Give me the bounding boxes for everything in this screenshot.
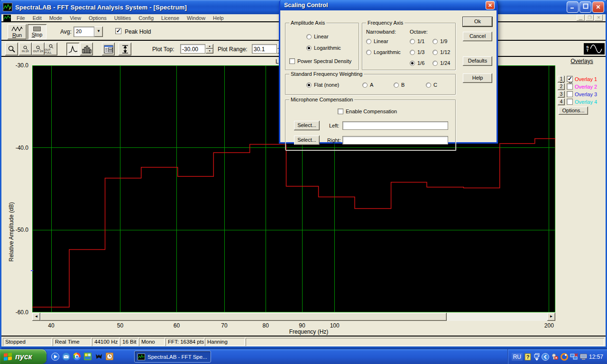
y-tick-label: -40.0 [1,145,28,151]
radio-narrowband-linear[interactable]: Linear [366,38,388,44]
menu-window[interactable]: Window [183,15,209,21]
bar-view-button[interactable] [80,43,93,55]
radio-narrowband-logarithmic[interactable]: Logarithmic [366,49,401,55]
plot-range-input[interactable]: 30.1 [252,44,277,54]
overlays-options-button[interactable]: Options... [559,107,588,115]
minimize-button[interactable] [567,1,579,13]
clock-launch-icon[interactable] [106,353,114,361]
menu-config[interactable]: Config [135,15,157,21]
window-tray-icon[interactable] [534,353,540,358]
cancel-button[interactable]: Cancel [463,32,492,41]
menu-mode[interactable]: Mode [46,15,66,21]
stop-button[interactable]: Stop [28,24,46,39]
taskbar-clock[interactable]: 12:57 [589,354,603,360]
media-player-icon[interactable] [51,353,59,361]
help-tray-icon[interactable]: ? [524,353,532,361]
radio-weighting-flat[interactable]: Flat (none) [306,82,339,88]
spectrum-view-button[interactable] [66,43,79,55]
radio-amplitude-logarithmic[interactable]: Logarithmic [306,45,341,51]
menu-file[interactable]: File [13,15,29,21]
overlay-2-set-button[interactable]: 2 [558,83,565,90]
zoom-out-2x-button[interactable]: OUT 2X [32,43,45,55]
radio-weighting-b[interactable]: B [394,82,405,88]
mdi-restore-button[interactable]: ❐ [586,15,594,21]
menu-edit[interactable]: Edit [29,15,46,21]
mdi-child-icon[interactable] [3,15,11,21]
collapse-chevron-icon[interactable] [542,353,549,361]
vertical-scale-button[interactable] [119,43,131,55]
overlay-3-set-button[interactable]: 3 [558,91,565,98]
enable-compensation-checkbox[interactable] [338,109,343,114]
orange-app-tray-icon[interactable] [561,353,568,361]
avg-value[interactable]: 20 [74,27,94,37]
psd-checkbox-row[interactable]: Power Spectral Density [289,58,351,64]
tiles-icon[interactable] [84,353,92,361]
overlay-1-checkbox[interactable] [567,76,573,82]
scrollbar-thumb[interactable] [40,313,447,321]
run-button[interactable]: Run [8,24,27,39]
overlay-4-checkbox[interactable] [567,99,573,105]
plot-horizontal-scrollbar[interactable]: ◄ ► [32,313,555,321]
scroll-right-arrow-icon[interactable]: ► [547,313,555,321]
language-indicator[interactable]: RU [512,353,523,361]
status-channels: Mono [139,338,165,346]
volume-muted-icon[interactable] [551,353,559,361]
close-button[interactable]: ✕ [592,1,604,13]
menu-help[interactable]: Help [209,15,228,21]
right-compensation-input[interactable] [342,136,448,145]
peak-hold-label: Peak Hold [125,28,151,35]
plot-top-input[interactable]: -30.00 [180,44,205,54]
radio-amplitude-linear[interactable]: Linear [306,34,329,39]
network-disconnected-icon[interactable] [570,353,578,361]
signal-generator-icon[interactable]: ST [584,43,605,55]
display-settings-button[interactable] [102,43,115,55]
display-tray-icon[interactable] [579,353,587,361]
psd-checkbox[interactable] [289,58,295,64]
chrome-icon[interactable] [73,353,81,361]
ok-button[interactable]: Ok [463,17,492,27]
overlay-3-checkbox[interactable] [567,91,573,97]
bat-icon[interactable] [95,353,103,361]
menu-license[interactable]: License [157,15,183,21]
dialog-close-button[interactable]: ✕ [486,1,495,9]
menu-view[interactable]: View [66,15,85,21]
start-button[interactable]: пуск [0,349,46,364]
avg-dropdown-arrow-icon[interactable]: ▼ [94,27,103,37]
x-axis-title: Frequency (Hz) [282,328,335,335]
zoom-out-full-button[interactable]: OUT FULL [45,43,57,55]
avg-combobox[interactable]: 20 ▼ [74,27,103,37]
radio-octave-1-9[interactable]: 1/9 [432,38,447,44]
tray-dropdown-arrow-icon[interactable] [535,358,539,361]
radio-octave-1-3[interactable]: 1/3 [410,49,424,55]
peak-hold-checkbox[interactable] [115,28,121,34]
radio-octave-1-24[interactable]: 1/24 [432,60,450,66]
plot-top-spinner[interactable]: ▲ ▼ [206,44,213,54]
scroll-left-arrow-icon[interactable]: ◄ [32,313,40,321]
help-button[interactable]: Help [463,73,492,83]
defaults-button[interactable]: Defaults [463,56,492,66]
radio-weighting-c[interactable]: C [426,82,437,88]
overlay-2-checkbox[interactable] [567,83,573,90]
select-right-button[interactable]: Select... [294,136,320,145]
y-tick-label: -60.0 [1,309,28,316]
zoom-in-2x-button[interactable]: IN 2X [19,43,32,55]
svg-text:?: ? [526,354,530,360]
radio-weighting-a[interactable]: A [362,82,373,88]
enable-compensation-row[interactable]: Enable Compensation [338,109,397,114]
overlay-4-set-button[interactable]: 4 [558,99,565,105]
avg-label: Avg: [60,28,72,35]
select-left-button[interactable]: Select... [294,121,320,130]
mdi-close-button[interactable]: ✕ [595,15,603,21]
mdi-minimize-button[interactable]: ▁ [577,15,585,21]
menu-options[interactable]: Options [85,15,110,21]
maximize-button[interactable] [579,1,591,13]
mail-icon[interactable] [62,353,70,361]
menu-utilities[interactable]: Utilities [110,15,135,21]
zoom-button[interactable] [5,43,18,55]
taskbar-task-spectralab[interactable]: SpectraLAB - FFT Spe... [134,351,211,363]
radio-octave-1-1[interactable]: 1/1 [410,38,424,44]
radio-octave-1-6[interactable]: 1/6 [410,60,424,66]
left-compensation-input[interactable] [342,121,448,130]
radio-octave-1-12[interactable]: 1/12 [432,49,450,55]
overlay-1-set-button[interactable]: 1 [558,76,565,82]
